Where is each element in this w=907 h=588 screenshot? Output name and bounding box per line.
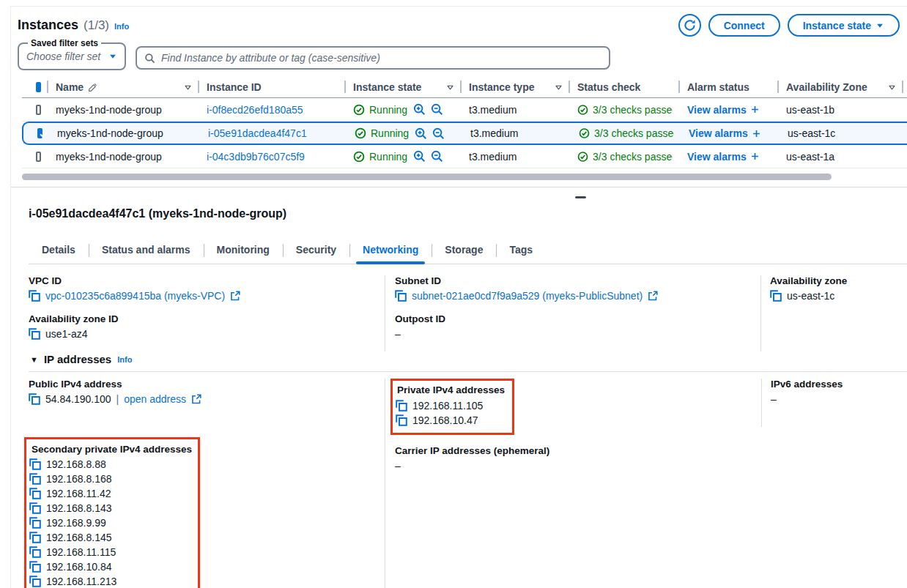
status-check-icon bbox=[577, 151, 588, 163]
copy-icon[interactable] bbox=[395, 290, 407, 302]
copy-icon[interactable] bbox=[29, 546, 41, 558]
column-header-instance-state[interactable]: Instance state bbox=[346, 76, 462, 98]
copy-icon[interactable] bbox=[29, 458, 41, 470]
search-box[interactable] bbox=[136, 46, 610, 70]
connect-button-label: Connect bbox=[724, 20, 765, 31]
zoom-out-icon[interactable] bbox=[432, 127, 445, 140]
ec2-instances-page: Instances (1/3) Info Connect Instance st… bbox=[10, 6, 907, 588]
running-status-icon bbox=[355, 127, 366, 139]
vpc-id-link[interactable]: vpc-010235c6a899415ba (myeks-VPC) bbox=[45, 290, 225, 302]
availability-zone-id-value: use1-az4 bbox=[45, 328, 88, 340]
secondary-private-ipv4-label: Secondary private IPv4 addresses bbox=[32, 444, 192, 455]
column-header-instance-type[interactable]: Instance type bbox=[462, 76, 570, 98]
copy-icon[interactable] bbox=[770, 290, 782, 302]
ip-addresses-info-link[interactable]: Info bbox=[117, 355, 132, 364]
external-link-icon[interactable] bbox=[648, 291, 658, 301]
tab-tags[interactable]: Tags bbox=[496, 238, 546, 264]
copy-icon[interactable] bbox=[29, 502, 41, 514]
tab-status-and-alarms[interactable]: Status and alarms bbox=[89, 238, 204, 264]
filter-triangle-icon[interactable] bbox=[184, 83, 192, 92]
copy-icon[interactable] bbox=[29, 290, 40, 302]
private-ipv4-label: Private IPv4 addresses bbox=[397, 384, 505, 395]
filter-triangle-icon[interactable] bbox=[888, 83, 896, 92]
carrier-ip-label: Carrier IP addresses (ephemeral) bbox=[395, 445, 761, 456]
column-header-instance-id[interactable]: Instance ID bbox=[199, 76, 346, 98]
tab-storage[interactable]: Storage bbox=[432, 238, 496, 264]
carrier-ip-value: – bbox=[395, 460, 401, 472]
section-collapse-caret-icon[interactable]: ▼ bbox=[30, 355, 38, 364]
view-alarms-link[interactable]: View alarms bbox=[689, 127, 761, 139]
secondary-private-ipv4-annotation-box: Secondary private IPv4 addresses 192.168… bbox=[24, 437, 200, 588]
instance-id-link[interactable]: i-0f8ecd26efd180a55 bbox=[207, 104, 303, 116]
search-icon bbox=[144, 53, 155, 64]
panel-drag-handle[interactable] bbox=[575, 196, 586, 198]
open-address-link[interactable]: open address bbox=[124, 393, 186, 405]
private-ipv4-annotation-box: Private IPv4 addresses 192.168.11.105 19… bbox=[390, 379, 514, 435]
search-input[interactable] bbox=[161, 52, 601, 64]
copy-icon[interactable] bbox=[29, 517, 41, 529]
saved-filter-sets-dropdown[interactable]: Saved filter sets Choose filter set bbox=[18, 38, 126, 70]
column-header-status-check[interactable]: Status check bbox=[570, 76, 680, 98]
detail-tabs: Details Status and alarms Monitoring Sec… bbox=[29, 238, 907, 264]
connect-button[interactable]: Connect bbox=[708, 14, 780, 37]
secondary-ip-value: 192.168.11.42 bbox=[46, 488, 111, 499]
ipv6-value: – bbox=[771, 393, 777, 405]
cell-availability-zone: us-east-1c bbox=[780, 127, 905, 139]
zoom-in-icon[interactable] bbox=[413, 103, 426, 116]
outpost-id-value: – bbox=[395, 328, 401, 340]
zoom-out-icon[interactable] bbox=[431, 150, 443, 163]
filter-triangle-icon[interactable] bbox=[555, 83, 563, 92]
ip-addresses-section-header[interactable]: ▼ IP addresses Info bbox=[30, 353, 907, 365]
instance-state-dropdown-button[interactable]: Instance state bbox=[788, 14, 900, 37]
column-header-availability-zone[interactable]: Availability Zone bbox=[779, 76, 903, 98]
copy-icon[interactable] bbox=[29, 561, 41, 573]
info-link[interactable]: Info bbox=[114, 22, 129, 31]
copy-icon[interactable] bbox=[29, 393, 40, 405]
detail-panel-title: i-05e91dacdea4f47c1 (myeks-1nd-node-grou… bbox=[29, 207, 907, 220]
caret-down-icon bbox=[108, 52, 117, 61]
filter-triangle-icon[interactable] bbox=[446, 83, 454, 92]
select-all-checkbox[interactable] bbox=[36, 82, 41, 92]
tab-details[interactable]: Details bbox=[29, 238, 89, 264]
table-row[interactable]: myeks-1nd-node-group i-04c3db9b76c07c5f9… bbox=[22, 145, 907, 168]
column-header-name[interactable]: Name bbox=[48, 76, 199, 98]
table-row[interactable]: myeks-1nd-node-group i-0f8ecd26efd180a55… bbox=[22, 98, 907, 122]
subnet-id-link[interactable]: subnet-021ae0cd7f9a9a529 (myeks-PublicSu… bbox=[412, 290, 643, 302]
refresh-button[interactable] bbox=[678, 14, 701, 37]
copy-icon[interactable] bbox=[396, 400, 407, 412]
copy-icon[interactable] bbox=[29, 576, 41, 587]
column-header-alarm-status[interactable]: Alarm status bbox=[680, 76, 779, 98]
ip-addresses-fields: Public IPv4 address 54.84.190.100 | open… bbox=[29, 379, 907, 588]
copy-icon[interactable] bbox=[29, 532, 41, 543]
row-checkbox[interactable] bbox=[36, 105, 41, 115]
cell-instance-type: t3.medium bbox=[462, 151, 570, 163]
instances-table: Name Instance ID Instance state Instance… bbox=[22, 76, 907, 168]
ipv6-field: IPv6 addresses – bbox=[761, 379, 907, 427]
copy-icon[interactable] bbox=[29, 328, 40, 340]
instance-id-link[interactable]: i-05e91dacdea4f47c1 bbox=[208, 127, 307, 139]
scrollbar-thumb[interactable] bbox=[22, 174, 832, 180]
ipv6-label: IPv6 addresses bbox=[771, 379, 907, 390]
external-link-icon[interactable] bbox=[191, 394, 201, 404]
copy-icon[interactable] bbox=[396, 414, 407, 426]
secondary-ip-value: 192.168.11.115 bbox=[46, 546, 116, 558]
horizontal-scrollbar[interactable] bbox=[22, 174, 907, 181]
page-header: Instances (1/3) Info Connect Instance st… bbox=[18, 11, 907, 37]
row-checkbox[interactable] bbox=[36, 152, 41, 162]
copy-icon[interactable] bbox=[29, 473, 41, 485]
copy-icon[interactable] bbox=[29, 488, 41, 499]
secondary-ip-value: 192.168.8.88 bbox=[46, 458, 106, 470]
table-row-selected[interactable]: myeks-1nd-node-group i-05e91dacdea4f47c1… bbox=[22, 122, 907, 145]
tab-networking[interactable]: Networking bbox=[349, 238, 432, 264]
view-alarms-link[interactable]: View alarms bbox=[687, 151, 760, 163]
zoom-in-icon[interactable] bbox=[415, 127, 427, 140]
zoom-in-icon[interactable] bbox=[413, 150, 426, 163]
external-link-icon[interactable] bbox=[230, 291, 240, 301]
zoom-out-icon[interactable] bbox=[431, 103, 443, 116]
row-checkbox[interactable] bbox=[37, 128, 42, 138]
status-check-icon bbox=[579, 127, 590, 139]
view-alarms-link[interactable]: View alarms bbox=[687, 104, 760, 116]
tab-monitoring[interactable]: Monitoring bbox=[204, 238, 283, 264]
tab-security[interactable]: Security bbox=[283, 238, 349, 264]
instance-id-link[interactable]: i-04c3db9b76c07c5f9 bbox=[207, 151, 305, 163]
